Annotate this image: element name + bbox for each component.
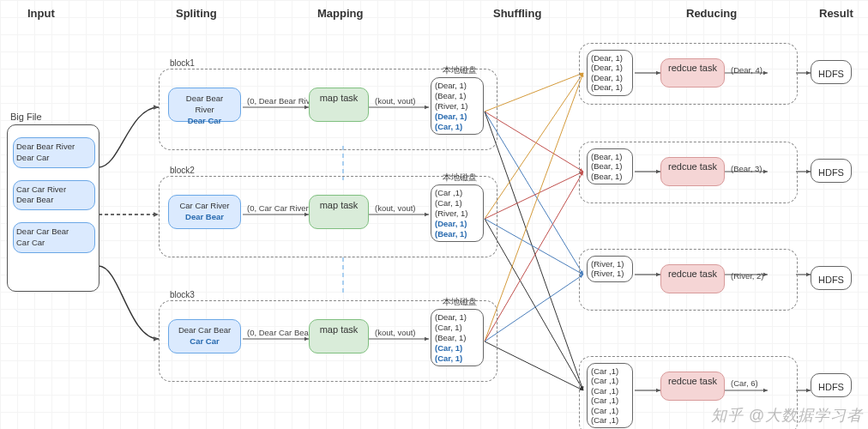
disk-row: (Dear, 1) bbox=[435, 81, 467, 90]
reduce-output-label: (Bear, 3) bbox=[731, 164, 762, 173]
disk-label: 本地磁盘 bbox=[443, 297, 477, 308]
bigfile-line: Dear Bear River bbox=[16, 142, 75, 151]
bigfile-line: Car Car River bbox=[16, 184, 66, 194]
reduce-task-box: redcue task bbox=[660, 58, 725, 88]
split-extra: Dear Bear bbox=[185, 212, 224, 221]
disk-output: (Dear, 1)(Car, 1)(Bear, 1) (Car, 1)(Car,… bbox=[431, 309, 484, 366]
reducer-in-row: (Car ,1) bbox=[591, 415, 618, 425]
map-task-box: map task bbox=[309, 88, 369, 122]
bigfile-box: Dear Bear River Dear Car Car Car River D… bbox=[7, 124, 99, 292]
stage-shuffling: Shuffling bbox=[493, 7, 541, 20]
block-name: block1 bbox=[170, 58, 195, 68]
bigfile-chunk-0: Dear Bear River Dear Car bbox=[13, 137, 95, 168]
stage-input: Input bbox=[27, 7, 55, 20]
disk-label: 本地磁盘 bbox=[443, 65, 477, 76]
reducer-in-row: (Bear, 1) bbox=[591, 172, 622, 181]
reducer-in-row: (Bear, 1) bbox=[591, 161, 622, 171]
block-name: block2 bbox=[170, 166, 195, 175]
bigfile-line: Dear Car Bear bbox=[16, 227, 69, 236]
disk-row-extra: (Bear, 1) bbox=[435, 229, 467, 239]
split-box: Dear Bear River Dear Car bbox=[168, 88, 241, 122]
result-box: HDFS bbox=[811, 60, 852, 84]
reduce-task-box: redcue task bbox=[660, 372, 725, 401]
reducer-in-row: (Dear, 1) bbox=[591, 63, 623, 72]
reduce-output-label: (Car, 6) bbox=[731, 378, 758, 388]
disk-row: (River, 1) bbox=[435, 101, 468, 111]
map-task-box: map task bbox=[309, 195, 369, 229]
reducer-input: (Dear, 1)(Dear, 1)(Dear, 1)(Dear, 1) bbox=[587, 50, 633, 96]
bigfile-label: Big File bbox=[10, 112, 42, 122]
reducer-in-row: (Car ,1) bbox=[591, 406, 618, 415]
block-name: block3 bbox=[170, 290, 195, 299]
watermark: 知乎 @大数据学习者 bbox=[711, 405, 863, 426]
reducer-in-row: (Car ,1) bbox=[591, 376, 618, 385]
reduce-output-label: (River, 2) bbox=[731, 271, 764, 281]
bigfile-chunk-1: Car Car River Dear Bear bbox=[13, 180, 95, 211]
reducer-input: (Bear, 1)(Bear, 1)(Bear, 1) bbox=[587, 148, 633, 184]
disk-row-extra: (Car, 1) bbox=[435, 343, 462, 353]
reducer-input: (River, 1)(River, 1) bbox=[587, 256, 633, 282]
reducer-in-row: (Dear, 1) bbox=[591, 82, 623, 92]
split-extra: Dear Car bbox=[188, 116, 222, 125]
disk-output: (Car ,1)(Car, 1)(River, 1) (Dear, 1)(Bea… bbox=[431, 184, 484, 242]
map-input-label: (0, Dear Car Bear) bbox=[247, 328, 314, 337]
stage-mapping: Mapping bbox=[317, 7, 363, 20]
stage-result: Result bbox=[819, 7, 853, 20]
disk-row-extra: (Dear, 1) bbox=[435, 219, 467, 228]
disk-row: (Bear, 1) bbox=[435, 333, 466, 342]
bigfile-chunk-2: Dear Car Bear Car Car bbox=[13, 222, 95, 253]
disk-row-extra: (Dear, 1) bbox=[435, 112, 467, 121]
bigfile-line: Dear Bear bbox=[16, 195, 53, 204]
map-input-label: (0, Car Car River) bbox=[247, 203, 311, 213]
disk-row: (River, 1) bbox=[435, 208, 468, 218]
reducer-in-row: (Dear, 1) bbox=[591, 73, 623, 82]
reducer-in-row: (Dear, 1) bbox=[591, 53, 623, 63]
reducer-in-row: (Car ,1) bbox=[591, 386, 618, 396]
stage-reducing: Reducing bbox=[686, 7, 737, 20]
reducer-in-row: (Car ,1) bbox=[591, 366, 618, 376]
disk-row: (Bear, 1) bbox=[435, 91, 466, 100]
bigfile-line: Dear Car bbox=[16, 153, 50, 162]
reduce-task-box: redcue task bbox=[660, 264, 725, 293]
map-output-label: (kout, vout) bbox=[375, 96, 416, 106]
result-box: HDFS bbox=[811, 159, 852, 183]
reducer-in-row: (Car ,1) bbox=[591, 396, 618, 405]
disk-row: (Car, 1) bbox=[435, 323, 462, 332]
split-main: Dear Car Bear bbox=[178, 325, 231, 335]
split-box: Car Car River Dear Bear bbox=[168, 195, 241, 229]
split-box: Dear Car Bear Car Car bbox=[168, 319, 241, 353]
bigfile-line: Car Car bbox=[16, 238, 45, 247]
disk-label: 本地磁盘 bbox=[443, 172, 477, 184]
split-extra: Car Car bbox=[190, 336, 219, 346]
map-output-label: (kout, vout) bbox=[375, 328, 416, 337]
stage-spliting: Spliting bbox=[176, 7, 217, 20]
reducer-in-row: (River, 1) bbox=[591, 269, 624, 278]
split-main: Dear Bear River bbox=[186, 94, 223, 114]
result-box: HDFS bbox=[811, 373, 852, 397]
disk-row-extra: (Car, 1) bbox=[435, 122, 462, 131]
disk-row: (Dear, 1) bbox=[435, 312, 467, 322]
result-box: HDFS bbox=[811, 266, 852, 290]
reducer-input: (Car ,1)(Car ,1)(Car ,1)(Car ,1)(Car ,1)… bbox=[587, 363, 633, 428]
map-output-label: (kout, vout) bbox=[375, 203, 416, 213]
reduce-output-label: (Dear, 4) bbox=[731, 65, 763, 75]
map-task-box: map task bbox=[309, 319, 369, 353]
reducer-in-row: (Bear, 1) bbox=[591, 152, 622, 161]
reducer-in-row: (River, 1) bbox=[591, 259, 624, 269]
reduce-task-box: redcue task bbox=[660, 157, 725, 186]
split-main: Car Car River bbox=[179, 201, 229, 210]
disk-row-extra: (Car, 1) bbox=[435, 353, 462, 363]
disk-output: (Dear, 1)(Bear, 1)(River, 1) (Dear, 1)(C… bbox=[431, 77, 484, 135]
disk-row: (Car ,1) bbox=[435, 188, 462, 197]
disk-row: (Car, 1) bbox=[435, 198, 462, 208]
